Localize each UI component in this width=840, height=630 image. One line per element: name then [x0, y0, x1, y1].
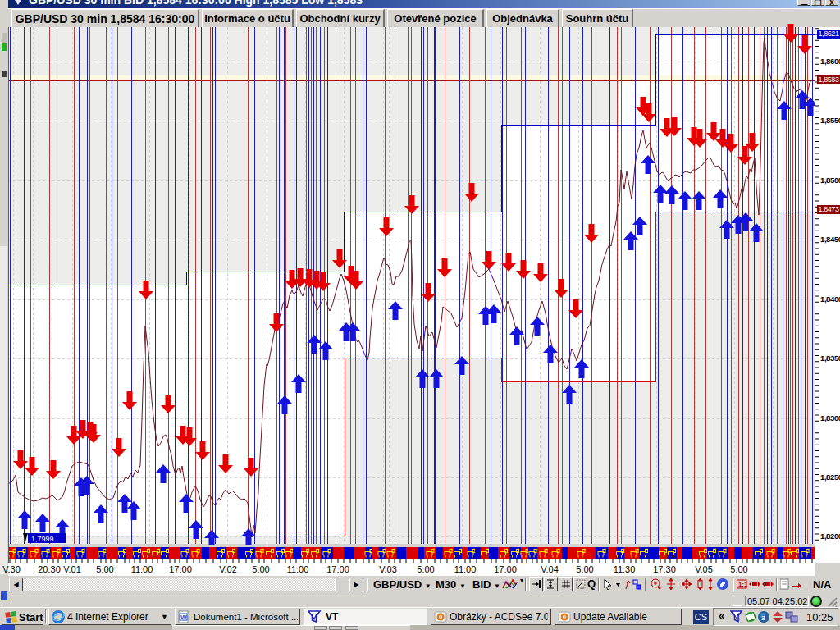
svg-text:a: a — [761, 613, 765, 622]
svg-text:W: W — [180, 614, 187, 621]
svg-text:1:1: 1:1 — [738, 581, 748, 588]
